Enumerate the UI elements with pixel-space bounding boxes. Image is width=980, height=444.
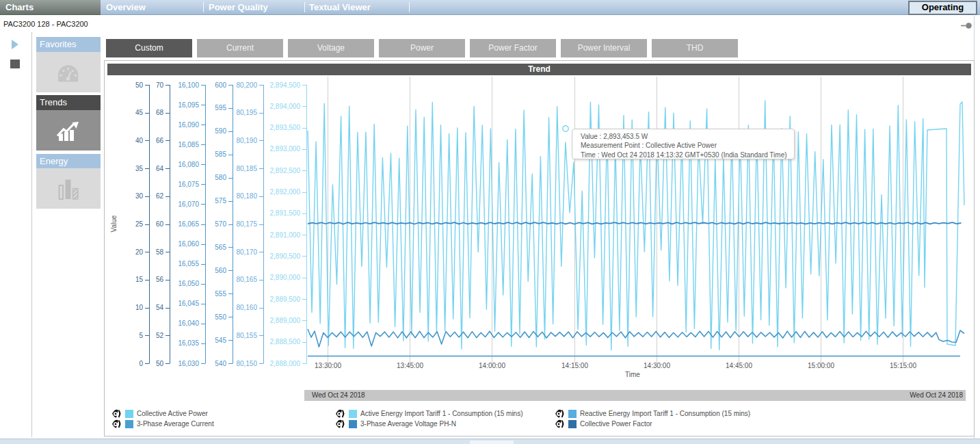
svg-text:14:00:00: 14:00:00: [479, 362, 505, 369]
svg-text:2,892,000: 2,892,000: [270, 188, 301, 196]
svg-text:16,050: 16,050: [178, 280, 199, 287]
svg-text:545: 545: [215, 337, 226, 344]
svg-text:585: 585: [215, 151, 226, 158]
svg-text:68: 68: [156, 109, 164, 116]
svg-text:16,075: 16,075: [178, 181, 199, 188]
svg-text:16,080: 16,080: [178, 161, 199, 168]
svg-text:80,200: 80,200: [236, 81, 257, 89]
svg-text:56: 56: [156, 276, 164, 283]
svg-text:5: 5: [139, 332, 143, 339]
svg-text:16,085: 16,085: [178, 141, 199, 148]
svg-text:13:30:00: 13:30:00: [315, 362, 341, 369]
svg-text:15:00:00: 15:00:00: [808, 362, 834, 369]
svg-text:30: 30: [135, 192, 144, 200]
svg-text:565: 565: [215, 244, 226, 251]
svg-text:16,090: 16,090: [178, 121, 199, 129]
svg-text:60: 60: [156, 220, 164, 228]
svg-text:16,060: 16,060: [178, 240, 199, 248]
svg-text:52: 52: [156, 332, 164, 339]
svg-text:80,160: 80,160: [236, 304, 257, 311]
svg-text:600: 600: [215, 81, 226, 89]
svg-text:10: 10: [135, 304, 144, 311]
svg-text:80,165: 80,165: [236, 276, 257, 283]
svg-text:70: 70: [156, 81, 164, 89]
svg-text:64: 64: [156, 165, 164, 172]
svg-text:80,155: 80,155: [236, 332, 257, 339]
svg-text:15: 15: [135, 276, 144, 283]
svg-text:570: 570: [215, 220, 226, 228]
svg-text:40: 40: [135, 137, 144, 144]
svg-text:16,030: 16,030: [178, 360, 199, 367]
svg-text:2,893,500: 2,893,500: [270, 124, 301, 131]
svg-text:16,070: 16,070: [178, 200, 199, 208]
svg-text:80,180: 80,180: [236, 192, 257, 200]
svg-text:2,888,500: 2,888,500: [270, 338, 301, 345]
svg-text:50: 50: [135, 81, 144, 89]
svg-text:2,893,000: 2,893,000: [270, 145, 301, 153]
svg-text:575: 575: [215, 197, 226, 205]
svg-text:54: 54: [156, 304, 164, 311]
svg-text:2,890,000: 2,890,000: [270, 274, 301, 281]
svg-text:15:15:00: 15:15:00: [890, 362, 916, 369]
svg-text:80,190: 80,190: [236, 137, 257, 144]
svg-text:80,150: 80,150: [236, 360, 257, 367]
svg-text:35: 35: [135, 165, 144, 172]
svg-text:555: 555: [215, 290, 226, 298]
svg-text:66: 66: [156, 137, 164, 144]
svg-text:590: 590: [215, 127, 226, 135]
svg-text:45: 45: [135, 109, 144, 116]
svg-text:50: 50: [156, 360, 164, 367]
svg-text:595: 595: [215, 104, 226, 112]
svg-text:58: 58: [156, 248, 164, 256]
svg-text:14:30:00: 14:30:00: [644, 362, 670, 369]
svg-text:16,065: 16,065: [178, 220, 199, 228]
svg-text:0: 0: [139, 360, 143, 367]
svg-text:560: 560: [215, 267, 226, 274]
svg-text:16,100: 16,100: [178, 81, 199, 89]
svg-text:16,040: 16,040: [178, 319, 199, 327]
svg-text:62: 62: [156, 192, 164, 200]
svg-text:80,175: 80,175: [236, 220, 257, 228]
svg-text:2,891,000: 2,891,000: [270, 231, 301, 239]
svg-text:14:45:00: 14:45:00: [726, 362, 752, 369]
svg-text:580: 580: [215, 174, 226, 181]
svg-text:16,045: 16,045: [178, 300, 199, 307]
svg-text:2,890,500: 2,890,500: [270, 252, 301, 260]
svg-text:16,035: 16,035: [178, 339, 199, 347]
svg-text:80,195: 80,195: [236, 109, 257, 116]
svg-text:2,894,500: 2,894,500: [270, 81, 301, 89]
svg-text:540: 540: [215, 360, 226, 367]
svg-text:2,894,000: 2,894,000: [270, 103, 301, 110]
svg-text:13:45:00: 13:45:00: [397, 362, 423, 369]
svg-text:550: 550: [215, 313, 226, 321]
svg-text:25: 25: [135, 220, 144, 228]
svg-text:2,891,500: 2,891,500: [270, 209, 301, 217]
svg-text:14:15:00: 14:15:00: [561, 362, 588, 369]
svg-text:2,888,000: 2,888,000: [270, 360, 301, 367]
svg-text:2,889,000: 2,889,000: [270, 317, 301, 324]
svg-text:16,095: 16,095: [178, 101, 199, 109]
svg-text:2,889,500: 2,889,500: [270, 296, 301, 303]
svg-text:2,892,500: 2,892,500: [270, 167, 301, 174]
svg-text:16,055: 16,055: [178, 260, 199, 267]
svg-text:20: 20: [135, 248, 144, 256]
svg-text:Time: Time: [625, 371, 640, 378]
svg-text:Value: Value: [110, 215, 118, 232]
svg-text:80,185: 80,185: [236, 165, 257, 172]
svg-text:80,170: 80,170: [236, 248, 257, 256]
